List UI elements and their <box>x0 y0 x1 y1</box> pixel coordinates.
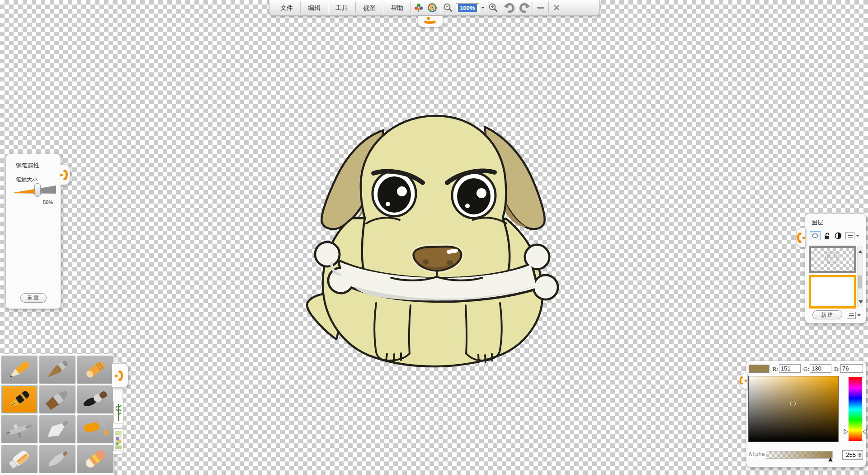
color-panel: R: G: B: Alpha <box>746 361 866 467</box>
brush-size-slider[interactable] <box>9 182 58 199</box>
pen-panel-title: 钢笔属性 <box>16 162 39 170</box>
scroll-up-icon[interactable] <box>858 248 863 253</box>
toolbar-divider <box>533 2 533 14</box>
tool-wood-pen[interactable] <box>39 356 75 384</box>
layer-thumbnail-sketch <box>811 248 854 271</box>
toolbar-divider <box>383 2 383 14</box>
pen-properties-panel: 钢笔属性 笔触大小 50% 重置 <box>5 154 61 309</box>
toolbar-divider <box>548 2 549 14</box>
contrast-icon[interactable] <box>835 232 842 239</box>
hue-slider[interactable] <box>849 377 862 441</box>
dog-nose <box>413 247 461 271</box>
toolbar-divider <box>328 2 328 14</box>
toolbar-divider <box>440 2 440 14</box>
pen-panel-collapse-tab[interactable] <box>60 164 70 185</box>
zoom-in-icon[interactable] <box>487 2 499 14</box>
bamboo-stamp-button[interactable] <box>113 401 123 423</box>
reset-button[interactable]: 重置 <box>20 293 47 303</box>
canvas-artwork-dog[interactable] <box>298 104 570 375</box>
color-panel-collapse-tab[interactable] <box>740 373 747 389</box>
tab-crescent-icon <box>62 170 68 180</box>
picture-icon <box>115 430 122 450</box>
mascot-smile-arc <box>422 15 438 24</box>
tools-palette <box>0 354 114 475</box>
layer-item-active[interactable] <box>809 275 856 309</box>
tool-flat-brush[interactable] <box>39 385 75 413</box>
zoom-level-input[interactable]: 100% <box>456 3 479 12</box>
minimize-icon[interactable] <box>535 2 547 14</box>
tool-palette-knife[interactable] <box>39 415 75 443</box>
tool-eraser-stick[interactable] <box>77 445 113 473</box>
unlock-icon[interactable] <box>824 232 831 240</box>
tab-crescent-icon <box>117 370 123 381</box>
menu-tools[interactable]: 工具 <box>329 0 354 15</box>
tab-crescent-icon <box>740 376 744 385</box>
menu-help[interactable]: 帮助 <box>384 0 410 15</box>
sv-cursor[interactable] <box>790 401 796 406</box>
new-layer-button[interactable]: 新建 <box>812 310 842 319</box>
alpha-marker[interactable] <box>828 456 833 461</box>
tool-pencil[interactable] <box>1 356 38 384</box>
layers-panel: 图层 <box>805 214 866 323</box>
brush-size-value: 50% <box>43 200 53 205</box>
tab-dot <box>745 380 747 382</box>
tool-ink-brush[interactable] <box>77 385 113 413</box>
alpha-label: Alpha <box>748 451 766 458</box>
toolbar-divider <box>410 2 411 14</box>
red-input[interactable] <box>779 364 801 373</box>
scroll-thumb[interactable] <box>858 275 862 289</box>
tool-paint-roller[interactable] <box>77 415 113 443</box>
current-color-swatch[interactable] <box>749 365 769 373</box>
hue-marker-left[interactable] <box>844 429 848 435</box>
visibility-ellipse-icon[interactable] <box>810 231 821 240</box>
picture-stamp-button[interactable] <box>113 428 123 451</box>
layer-item-transparent[interactable] <box>809 246 856 273</box>
red-label: R: <box>773 366 778 373</box>
saturation-value-picker[interactable] <box>748 376 839 442</box>
alpha-slider[interactable] <box>766 451 833 459</box>
layer-menu-icon[interactable] <box>845 232 859 239</box>
toolbar-divider <box>300 2 301 14</box>
menu-edit[interactable]: 编辑 <box>302 0 327 15</box>
layers-panel-title: 图层 <box>811 218 823 227</box>
toolbar-divider <box>501 2 501 14</box>
toolbar-divider <box>517 2 517 14</box>
brush-size-slider-handle[interactable] <box>34 183 41 197</box>
tab-dot <box>802 237 805 239</box>
hue-marker-right[interactable] <box>863 429 867 435</box>
alpha-value-box <box>842 450 863 460</box>
app-window: { "toolbar": { "menus": [ {"label": "文件"… <box>0 0 868 475</box>
tool-airbrush[interactable] <box>1 415 38 443</box>
tools-collapse-tab[interactable] <box>112 363 128 388</box>
bamboo-icon <box>115 402 122 422</box>
toolbar-mascot-tab[interactable] <box>418 16 443 27</box>
menu-view[interactable]: 视图 <box>357 0 382 15</box>
scroll-down-icon[interactable] <box>859 300 863 306</box>
redo-icon[interactable] <box>519 2 531 14</box>
layers-bottom-menu-icon[interactable] <box>847 312 861 319</box>
sumo-logo-tree-icon[interactable] <box>413 2 425 14</box>
blue-input[interactable] <box>840 364 863 373</box>
layers-scrollbar[interactable] <box>857 247 863 307</box>
close-icon[interactable]: × <box>551 2 562 14</box>
zoom-level-value: 100% <box>458 4 476 12</box>
alpha-stepper[interactable] <box>857 451 863 459</box>
layers-panel-collapse-tab[interactable] <box>796 228 805 247</box>
top-toolbar: 文件 编辑 工具 视图 帮助 <box>269 0 600 16</box>
menu-file[interactable]: 文件 <box>274 0 299 15</box>
green-input[interactable] <box>810 364 831 373</box>
tool-crayon[interactable] <box>77 356 113 384</box>
toolbar-divider <box>355 2 356 14</box>
alpha-input[interactable] <box>843 451 857 459</box>
tool-fountain-pen[interactable] <box>1 385 38 413</box>
sumo-logo-rings-icon[interactable] <box>426 2 438 14</box>
tool-smudge-blade[interactable] <box>39 445 75 473</box>
zoom-out-icon[interactable] <box>442 2 454 14</box>
tool-paint-tube[interactable] <box>1 445 38 473</box>
zoom-dropdown-caret[interactable] <box>481 7 485 10</box>
green-label: G: <box>803 366 809 373</box>
undo-icon[interactable] <box>503 2 515 14</box>
blue-label: B: <box>834 366 840 373</box>
